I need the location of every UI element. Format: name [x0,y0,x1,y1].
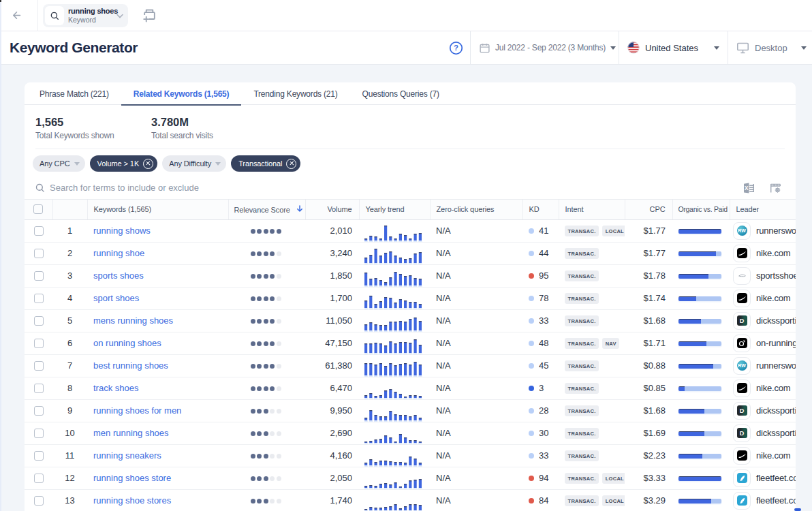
svg-text:?: ? [454,44,458,52]
svg-text:X: X [745,185,749,191]
